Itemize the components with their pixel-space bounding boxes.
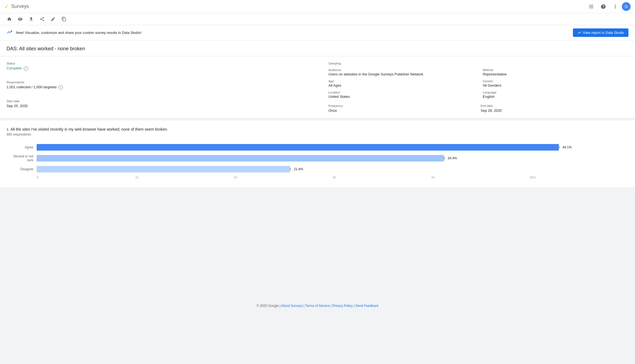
- location-block: Location: United States: [328, 91, 474, 99]
- neutral-bar-fill: [37, 155, 444, 162]
- section-divider: [0, 118, 635, 121]
- survey-toolbar: [0, 13, 635, 25]
- help-icon: [601, 4, 606, 9]
- end-date-value: Sep 28, 2020: [481, 108, 629, 113]
- disagree-pct: 21.4%: [294, 167, 303, 171]
- audience-label: Audience:: [328, 68, 474, 72]
- data-studio-banner: New! Visualize, customize and share your…: [0, 25, 635, 40]
- age-value: All Ages: [328, 83, 474, 87]
- language-label: Language:: [483, 91, 629, 94]
- copy-icon: [62, 17, 66, 22]
- neutral-bar-area: 34.4%: [37, 155, 628, 162]
- question-number: 1.: [7, 127, 10, 131]
- preview-button[interactable]: [15, 14, 25, 24]
- respondents-label: Respondents: [7, 81, 317, 84]
- axis-tick-20: 20: [234, 176, 333, 179]
- survey-content: DAS: All sites worked - none broken Stat…: [0, 40, 635, 188]
- survey-info-left: Status Complete i Respondents 1,001 coll…: [7, 62, 317, 113]
- disagree-error-top: [289, 169, 291, 169]
- neutral-bar: 34.4%: [37, 155, 444, 162]
- view-report-button[interactable]: View report in Data Studio: [573, 28, 628, 37]
- page-footer: © 2020 Google | About Surveys | Terms of…: [0, 300, 635, 312]
- respondents-block: Respondents 1,001 collected / 1,000 targ…: [7, 81, 317, 94]
- banner-chart-icon: [7, 29, 13, 37]
- status-block: Status Complete i: [7, 62, 317, 75]
- download-icon: [29, 17, 34, 22]
- disagree-label: Disagree: [7, 167, 37, 171]
- frequency-label: Frequency: [328, 104, 476, 107]
- more-vert-icon: [613, 4, 618, 9]
- axis-tick-10: 10: [135, 176, 234, 179]
- agree-label: Agree: [7, 145, 37, 149]
- user-avatar[interactable]: G: [622, 2, 631, 11]
- frequency-value: Once: [328, 108, 476, 113]
- language-value: English: [483, 95, 629, 99]
- start-date-label: Start date: [7, 99, 317, 103]
- survey-info-grid: Status Complete i Respondents 1,001 coll…: [0, 56, 635, 118]
- page-background: [0, 188, 635, 297]
- app-logo: ✓ Surveys: [4, 3, 29, 10]
- axis-tick-30: 30: [333, 176, 431, 179]
- apps-icon: [589, 4, 594, 9]
- home-button[interactable]: [4, 14, 14, 24]
- apps-icon-button[interactable]: [586, 1, 597, 12]
- share-icon: [40, 17, 45, 22]
- sampling-title: Sampling: [328, 62, 628, 65]
- disagree-bar: 21.4%: [37, 166, 290, 172]
- footer-terms[interactable]: Terms of Service: [305, 304, 330, 308]
- axis-tick-40: 40: [431, 176, 530, 179]
- start-date-block: Start date Sep 25, 2020: [7, 99, 317, 113]
- survey-title: DAS: All sites worked - none broken: [7, 46, 628, 52]
- chart-row-agree: Agree 44.1%: [7, 143, 628, 152]
- footer-about-surveys[interactable]: About Surveys: [281, 304, 302, 308]
- download-button[interactable]: [26, 14, 36, 24]
- chart-x-axis: 0 10 20 30 40 50%: [37, 176, 628, 179]
- location-value: United States: [328, 95, 474, 99]
- footer-copyright: © 2020 Google |: [257, 304, 280, 308]
- footer-privacy[interactable]: Privacy Policy: [332, 304, 353, 308]
- status-label: Status: [7, 62, 317, 65]
- chart-row-neutral: Neutral or not sure 34.4%: [7, 154, 628, 163]
- chart-row-disagree: Disagree 21.4%: [7, 165, 628, 174]
- status-text: Complete: [7, 66, 22, 70]
- chart-container: Agree 44.1% Neutral or not sure: [7, 143, 628, 179]
- agree-bar: 44.1%: [37, 144, 559, 151]
- language-block: Language: English: [483, 91, 629, 99]
- logo-checkmark: ✓: [4, 3, 9, 10]
- share-button[interactable]: [37, 14, 47, 24]
- age-block: Age: All Ages: [328, 80, 474, 87]
- age-label: Age:: [328, 80, 474, 83]
- end-date-label: End date: [481, 104, 629, 107]
- gender-label: Gender:: [483, 80, 629, 83]
- trending-icon: [7, 29, 13, 35]
- start-date-value: Sep 25, 2020: [7, 104, 317, 108]
- edit-icon: [51, 17, 56, 22]
- location-label: Location:: [328, 91, 474, 94]
- survey-title-section: DAS: All sites worked - none broken: [0, 40, 635, 56]
- question-text: All the sites I've visited recently in m…: [10, 127, 168, 131]
- respondents-info-icon[interactable]: i: [59, 85, 63, 90]
- app-name: Surveys: [11, 4, 29, 9]
- respondents-count: 893 respondents: [7, 133, 628, 136]
- agree-bar-fill: [37, 144, 559, 151]
- copy-button[interactable]: [59, 14, 69, 24]
- status-info-icon[interactable]: i: [24, 66, 28, 71]
- disagree-bar-fill: [37, 166, 290, 172]
- report-icon: [577, 31, 581, 35]
- question-header: 1. All the sites I've visited recently i…: [7, 127, 628, 131]
- footer-feedback[interactable]: Send Feedback: [356, 304, 378, 308]
- method-block: Method: Representative: [483, 68, 629, 76]
- agree-pct: 44.1%: [563, 145, 572, 149]
- home-icon: [7, 17, 12, 22]
- status-value: Complete i: [7, 66, 317, 71]
- axis-tick-50: 50%: [530, 176, 628, 179]
- gender-value: All Genders: [483, 83, 629, 87]
- help-icon-button[interactable]: [598, 1, 609, 12]
- question-section: 1. All the sites I've visited recently i…: [0, 121, 635, 188]
- nav-left: ✓ Surveys: [4, 3, 29, 10]
- view-report-label: View report in Data Studio: [583, 31, 624, 35]
- top-navigation: ✓ Surveys G: [0, 0, 635, 13]
- more-options-button[interactable]: [610, 1, 621, 12]
- edit-button[interactable]: [48, 14, 58, 24]
- audience-value: Users on websites in the Google Surveys …: [328, 72, 474, 76]
